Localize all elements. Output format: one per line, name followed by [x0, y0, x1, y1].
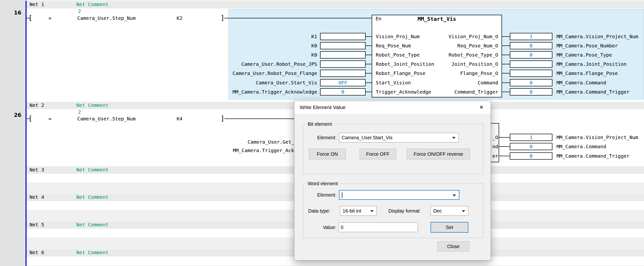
fb-output-monitor-box[interactable]: 0	[510, 143, 552, 150]
fb-edge-top	[490, 123, 499, 124]
net-comment[interactable]: Net Comment	[76, 166, 108, 173]
contact-open-bracket[interactable]: [	[28, 114, 32, 123]
fb-input-monitor-box[interactable]	[320, 70, 366, 77]
chevron-down-icon	[452, 194, 456, 197]
dialog-title: Write Element Value	[300, 101, 346, 114]
net-label: Net 1	[30, 1, 44, 8]
display-format-value: Dec	[433, 206, 442, 215]
bit-element-label: Element:	[314, 134, 336, 141]
fb-output-pin-label-clipped: er	[490, 152, 498, 160]
fb-output-operand[interactable]: MM_Camera.Joint_Position	[556, 60, 626, 68]
fb-output-monitor-value: 1	[510, 33, 552, 40]
contact-close-bracket: ]	[220, 114, 224, 123]
fb-input-pin-label: Req_Pose_Num	[376, 42, 411, 49]
fb-input-operand[interactable]: Camera_User.Start_Vis	[218, 79, 317, 86]
compare-constant: K4	[177, 115, 182, 122]
fb-output-monitor-value: 0	[510, 43, 552, 49]
monitor-value: 2	[78, 108, 81, 116]
pin-wire	[366, 45, 372, 46]
dialog-close-button[interactable]: ✕	[472, 101, 491, 114]
fb-output-monitor-value: 0	[510, 143, 552, 150]
display-format-combobox[interactable]: Dec	[430, 206, 468, 216]
fb-output-operand[interactable]: MM_Camera.Command_Trigger	[556, 88, 630, 96]
value-label: Value:	[314, 224, 336, 231]
data-type-combobox[interactable]: 16-bit int	[340, 206, 377, 216]
data-type-value: 16-bit int	[342, 206, 361, 215]
fb-input-pin-label: Start_Vision	[376, 79, 411, 86]
contact-operand[interactable]: Camera_User.Step_Num	[77, 115, 136, 122]
pin-wire	[366, 64, 372, 64]
fb-input-operand[interactable]: K1	[218, 33, 317, 40]
fb-output-monitor-box[interactable]: 1	[510, 134, 552, 141]
write-element-value-dialog: Write Element Value ✕ Bit element Elemen…	[294, 101, 491, 261]
fb-output-monitor-box[interactable]: 0	[510, 42, 552, 49]
dialog-titlebar[interactable]: Write Element Value ✕	[294, 101, 491, 114]
fb-output-pin-label: Command	[410, 79, 498, 86]
net-comment[interactable]: Net Comment	[76, 102, 108, 109]
force-off-button[interactable]: Force OFF	[360, 149, 396, 159]
fb-output-monitor-box[interactable]: 0	[510, 51, 552, 59]
net-comment[interactable]: Net Comment	[76, 249, 108, 256]
fb-output-pin-label: Req_Pose_Num_O	[410, 42, 498, 49]
fb-output-monitor-box[interactable]: 1	[510, 33, 552, 40]
net-comment[interactable]: Net Comment	[76, 1, 108, 8]
fb-output-operand[interactable]: MM_Camera.Vision_Project_Num	[556, 33, 638, 40]
fb-output-monitor-value: 0	[510, 52, 552, 58]
net-label: Net 2	[30, 102, 44, 109]
net-comment[interactable]: Net Comment	[76, 194, 108, 201]
fb-input-operand[interactable]: Camera_User.Robot_Pose_Flange	[218, 70, 317, 77]
function-block-title: MM_Start_Vis	[372, 15, 502, 23]
contact-operand[interactable]: Camera_User.Step_Num	[77, 14, 136, 22]
value-input[interactable]: 0	[338, 223, 418, 232]
pin-wire	[502, 45, 510, 46]
fb-output-operand[interactable]: MM_Camera.Pose_Type	[556, 51, 612, 59]
fb-input-operand[interactable]: K0	[218, 42, 317, 49]
fb-input-monitor-box[interactable]	[320, 60, 366, 68]
fb-input-monitor-box[interactable]: OFF	[320, 79, 366, 86]
close-icon: ✕	[479, 105, 484, 110]
word-element-combobox[interactable]	[339, 190, 460, 200]
pin-wire	[499, 156, 510, 156]
set-button[interactable]: Set	[430, 222, 468, 233]
fb-output-pin-label-clipped: _O	[490, 134, 498, 141]
fb-output-operand[interactable]: MM_Camera.Command	[556, 143, 606, 150]
word-element-group-label: Word element	[306, 181, 339, 186]
fb-output-operand[interactable]: MM_Camera.Command	[556, 79, 606, 86]
bit-element-combobox[interactable]: Camera_User.Start_Vis	[339, 133, 459, 142]
fb-input-operand[interactable]: MM_Camera.Trigger_Acknowledge	[218, 88, 317, 96]
fb-output-pin-label: Flange_Pose_O	[410, 70, 498, 77]
fb-output-monitor-value: 0	[510, 89, 552, 95]
pin-wire	[502, 55, 510, 55]
force-on-off-reverse-button[interactable]: Force ON/OFF reverse	[407, 149, 470, 159]
net-comment[interactable]: Net Comment	[76, 221, 108, 228]
fb-output-monitor-box[interactable]: 0	[510, 88, 552, 96]
fb-input-operand[interactable]: K0	[218, 51, 317, 59]
fb-input-monitor-value: 0	[320, 89, 365, 95]
force-on-button[interactable]: Force ON	[309, 149, 346, 159]
fb-output-pin-label: Robot_Pose_Type_O	[410, 51, 498, 59]
fb-output-operand[interactable]: MM_Camera.Pose_Number	[556, 42, 618, 49]
fb-output-monitor-value: 0	[510, 153, 552, 159]
fb-input-monitor-box[interactable]	[320, 51, 366, 59]
fb-output-pin-label: Vision_Proj_Num_O	[410, 33, 498, 40]
fb-input-operand[interactable]: Camera_User.Robot_Pose_JPS	[218, 60, 317, 68]
fb-output-monitor-box[interactable]: 0	[510, 152, 552, 160]
chevron-down-icon	[452, 137, 456, 139]
pin-wire	[366, 55, 372, 55]
fb-input-operand-clipped: Camera_User.Get_	[248, 138, 294, 145]
fb-output-pin-label-clipped: nd	[490, 143, 498, 150]
fb-output-monitor-box[interactable]: 0	[510, 79, 552, 86]
fb-output-monitor-box[interactable]	[510, 60, 552, 68]
close-button[interactable]: Close	[437, 241, 469, 252]
ladder-line-number: 26	[0, 112, 21, 119]
pin-wire	[502, 82, 510, 83]
fb-output-operand[interactable]: MM_Camera.Flange_Pose	[556, 70, 618, 77]
contact-open-bracket[interactable]: [	[28, 13, 32, 23]
fb-right-edge	[499, 123, 499, 162]
fb-input-monitor-box[interactable]	[320, 42, 366, 49]
fb-output-operand[interactable]: MM_Camera.Command_Trigger	[556, 152, 630, 160]
fb-input-monitor-box[interactable]: 0	[320, 88, 366, 96]
fb-input-monitor-box[interactable]	[320, 33, 366, 40]
fb-output-monitor-box[interactable]	[510, 70, 552, 77]
fb-output-operand[interactable]: MM_Camera.Vision_Project_Num	[556, 134, 638, 141]
